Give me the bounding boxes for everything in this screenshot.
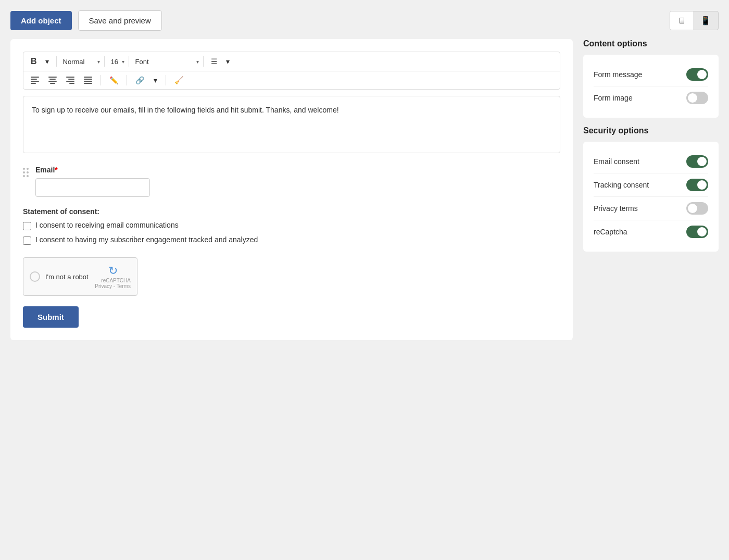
recaptcha-label: I'm not a robot <box>45 273 89 281</box>
svg-rect-9 <box>68 79 74 80</box>
recaptcha-toggle[interactable] <box>686 226 708 238</box>
email-field-section: Email* <box>23 166 560 197</box>
bold-dropdown-button[interactable]: ▾ <box>42 56 52 67</box>
content-options-card: Form message Form image <box>583 55 719 118</box>
svg-rect-8 <box>66 77 74 78</box>
content-options-title: Content options <box>583 39 719 48</box>
svg-rect-13 <box>84 79 92 80</box>
size-select-wrap: 8101214 16182024 ▾ <box>109 57 124 67</box>
top-bar: Add object Save and preview 🖥 📱 <box>10 10 719 31</box>
drag-handle[interactable] <box>23 168 29 177</box>
recaptcha-brand: reCAPTCHA <box>95 278 131 283</box>
recaptcha-box: I'm not a robot ↻ reCAPTCHA Privacy - Te… <box>23 257 137 296</box>
toolbar: B ▾ Normal Heading 1 Heading 2 Heading 3… <box>23 52 560 90</box>
svg-rect-7 <box>50 83 55 84</box>
svg-rect-10 <box>66 81 74 82</box>
recaptcha-logo-icon: ↻ <box>95 264 131 278</box>
drag-dot-4 <box>27 171 29 173</box>
privacy-terms-label: Privacy terms <box>594 204 638 213</box>
drag-dot-2 <box>27 168 29 170</box>
svg-rect-15 <box>84 83 92 84</box>
form-image-slider <box>686 92 708 104</box>
security-option-recaptcha: reCaptcha <box>594 220 708 243</box>
svg-rect-4 <box>48 77 57 78</box>
style-select[interactable]: Normal Heading 1 Heading 2 Heading 3 <box>61 57 96 67</box>
consent-item-1: I consent to receiving email communicati… <box>23 221 560 230</box>
recaptcha-slider <box>686 226 708 238</box>
eraser-button[interactable]: 🧹 <box>171 74 186 86</box>
security-options-title: Security options <box>583 126 719 135</box>
privacy-terms-toggle[interactable] <box>686 202 708 215</box>
svg-rect-6 <box>48 81 57 82</box>
consent-title: Statement of consent: <box>23 207 560 216</box>
content-option-form-image: Form image <box>594 86 708 109</box>
security-option-tracking-consent: Tracking consent <box>594 173 708 196</box>
security-options-card: Email consent Tracking consent Privacy t… <box>583 142 719 252</box>
consent-section: Statement of consent: I consent to recei… <box>23 207 560 245</box>
submit-button[interactable]: Submit <box>23 306 79 328</box>
svg-rect-11 <box>69 83 74 84</box>
save-preview-button[interactable]: Save and preview <box>78 10 162 31</box>
toolbar-divider-7 <box>166 75 166 85</box>
main-layout: B ▾ Normal Heading 1 Heading 2 Heading 3… <box>10 39 719 340</box>
recaptcha-left: I'm not a robot <box>30 271 89 282</box>
align-left-button[interactable] <box>28 75 42 85</box>
list-dropdown-button[interactable]: ▾ <box>223 56 233 67</box>
editor-panel: B ▾ Normal Heading 1 Heading 2 Heading 3… <box>10 39 573 340</box>
tracking-consent-toggle[interactable] <box>686 179 708 191</box>
consent-checkbox-1[interactable] <box>23 222 31 230</box>
style-chevron: ▾ <box>97 59 100 65</box>
consent-item-2: I consent to having my subscriber engage… <box>23 235 560 245</box>
toolbar-row-formatting: B ▾ Normal Heading 1 Heading 2 Heading 3… <box>23 52 560 71</box>
font-select[interactable]: Font Arial Georgia Times New Roman Verda… <box>133 57 195 67</box>
toolbar-divider-2 <box>104 56 105 67</box>
svg-rect-5 <box>49 79 56 80</box>
pen-button[interactable]: ✏️ <box>106 74 121 86</box>
tracking-consent-slider <box>686 179 708 191</box>
desktop-view-button[interactable]: 🖥 <box>670 11 693 30</box>
recaptcha-option-label: reCaptcha <box>594 228 627 236</box>
add-object-button[interactable]: Add object <box>10 11 72 30</box>
recaptcha-checkbox[interactable] <box>30 271 40 282</box>
toolbar-row-alignment: ✏️ 🔗 ▾ 🧹 <box>23 71 560 89</box>
svg-rect-14 <box>84 81 92 82</box>
toolbar-divider-1 <box>56 56 57 67</box>
font-chevron: ▾ <box>196 59 199 65</box>
form-message-toggle[interactable] <box>686 68 708 81</box>
email-consent-slider <box>686 155 708 168</box>
email-consent-toggle[interactable] <box>686 155 708 168</box>
svg-rect-0 <box>31 77 39 78</box>
toolbar-divider-4 <box>203 56 204 67</box>
svg-rect-1 <box>31 79 37 80</box>
recaptcha-right: ↻ reCAPTCHA Privacy - Terms <box>95 264 131 289</box>
email-consent-label: Email consent <box>594 157 639 166</box>
toolbar-divider-3 <box>129 56 129 67</box>
align-justify-button[interactable] <box>81 75 95 85</box>
mobile-view-button[interactable]: 📱 <box>693 11 718 30</box>
right-panel: Content options Form message Form image … <box>583 39 719 260</box>
consent-label-1: I consent to receiving email communicati… <box>35 221 179 229</box>
security-option-privacy-terms: Privacy terms <box>594 196 708 220</box>
style-select-wrap: Normal Heading 1 Heading 2 Heading 3 ▾ <box>61 57 100 67</box>
consent-checkbox-2[interactable] <box>23 237 31 245</box>
editor-text-area[interactable]: To sign up to receive our emails, fill i… <box>23 96 560 153</box>
link-dropdown-button[interactable]: ▾ <box>150 74 160 86</box>
required-marker: * <box>55 166 57 174</box>
link-button[interactable]: 🔗 <box>132 74 147 86</box>
size-select[interactable]: 8101214 16182024 <box>109 57 121 67</box>
privacy-terms-slider <box>686 202 708 215</box>
content-option-form-message: Form message <box>594 63 708 86</box>
bold-button[interactable]: B <box>28 55 40 68</box>
drag-dot-5 <box>23 175 25 177</box>
form-image-toggle[interactable] <box>686 92 708 104</box>
align-right-button[interactable] <box>63 75 78 85</box>
email-input[interactable] <box>35 178 150 197</box>
tracking-consent-label: Tracking consent <box>594 181 649 189</box>
align-center-button[interactable] <box>45 75 60 85</box>
form-image-label: Form image <box>594 94 633 102</box>
list-button[interactable]: ☰ <box>208 56 221 67</box>
svg-rect-12 <box>84 77 92 78</box>
size-chevron: ▾ <box>122 59 124 65</box>
consent-label-2: I consent to having my subscriber engage… <box>35 235 258 244</box>
font-select-wrap: Font Arial Georgia Times New Roman Verda… <box>133 57 199 67</box>
